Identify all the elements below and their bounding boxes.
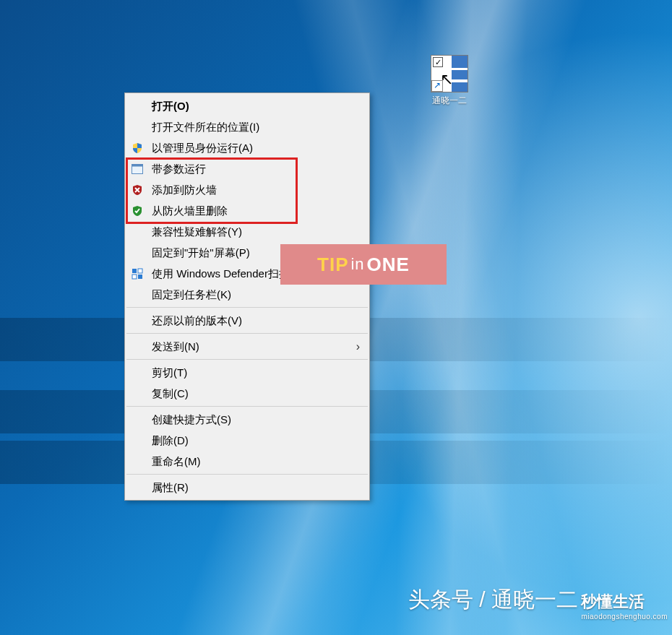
menu-send-to[interactable]: 发送到(N) ›	[126, 336, 369, 357]
menu-separator	[126, 359, 368, 360]
menu-label: 添加到防火墙	[152, 183, 217, 196]
menu-open[interactable]: 打开(O)	[126, 95, 369, 116]
menu-open-file-location[interactable]: 打开文件所在的位置(I)	[126, 116, 369, 137]
menu-separator	[126, 406, 368, 407]
menu-run-with-args[interactable]: 带参数运行	[126, 158, 369, 179]
menu-label: 复制(C)	[152, 387, 189, 399]
svg-rect-2	[132, 269, 137, 273]
shield-uac-icon	[131, 142, 144, 155]
watermark-text: TIP	[317, 254, 348, 276]
menu-compat-troubleshoot[interactable]: 兼容性疑难解答(Y)	[126, 221, 369, 242]
menu-delete[interactable]: 删除(D)	[126, 430, 369, 451]
menu-label: 兼容性疑难解答(Y)	[152, 225, 242, 238]
shortcut-arrow-icon: ↗	[431, 80, 443, 92]
menu-label: 发送到(N)	[152, 340, 199, 353]
desktop-shortcut[interactable]: ✓ ↖ ↗ 通晓一二	[422, 55, 477, 108]
svg-rect-4	[132, 275, 137, 279]
menu-run-as-admin[interactable]: 以管理员身份运行(A)	[126, 137, 369, 158]
menu-cut[interactable]: 剪切(T)	[126, 362, 369, 383]
shield-block-icon	[131, 183, 144, 196]
watermark-text: in	[350, 255, 364, 274]
menu-label: 固定到"开始"屏幕(P)	[152, 246, 250, 259]
menu-restore-previous-versions[interactable]: 还原以前的版本(V)	[126, 310, 369, 331]
watermark-corner-title: 秒懂生活	[581, 592, 645, 610]
menu-create-shortcut[interactable]: 创建快捷方式(S)	[126, 409, 369, 430]
menu-separator	[126, 474, 368, 475]
menu-label: 使用 Windows Defender扫描...	[152, 267, 298, 280]
watermark-center: TIP in ONE	[280, 244, 447, 285]
menu-label: 以管理员身份运行(A)	[152, 142, 253, 154]
menu-label: 重命名(M)	[152, 455, 201, 467]
menu-separator	[126, 333, 368, 334]
menu-label: 删除(D)	[152, 434, 189, 446]
checkbox-icon: ✓	[433, 57, 443, 67]
menu-label: 带参数运行	[152, 163, 206, 175]
watermark-attribution: 头条号 / 通晓一二	[408, 585, 578, 615]
svg-rect-1	[132, 164, 143, 166]
menu-properties[interactable]: 属性(R)	[126, 477, 369, 498]
svg-rect-5	[138, 275, 142, 279]
menu-add-to-firewall[interactable]: 添加到防火墙	[126, 179, 369, 200]
defender-icon	[131, 267, 144, 280]
submenu-arrow-icon: ›	[356, 336, 360, 357]
menu-separator	[126, 307, 368, 308]
menu-label: 从防火墙里删除	[152, 204, 228, 217]
menu-label: 打开文件所在的位置(I)	[152, 121, 259, 133]
menu-copy[interactable]: 复制(C)	[126, 383, 369, 404]
shortcut-label: 通晓一二	[422, 94, 477, 108]
shield-check-icon	[131, 204, 144, 217]
svg-rect-3	[138, 269, 142, 273]
watermark-corner: 秒懂生活 miaodongshenghuo.com	[581, 591, 668, 621]
menu-label: 属性(R)	[152, 481, 189, 493]
menu-rename[interactable]: 重命名(M)	[126, 451, 369, 472]
window-icon	[131, 163, 144, 176]
shortcut-icon: ✓ ↖ ↗	[431, 55, 468, 92]
watermark-corner-url: miaodongshenghuo.com	[581, 613, 668, 621]
menu-label: 剪切(T)	[152, 366, 187, 379]
menu-label: 固定到任务栏(K)	[152, 288, 231, 301]
context-menu: 打开(O) 打开文件所在的位置(I) 以管理员身份运行(A) 带参数运行 添加到…	[124, 92, 370, 501]
menu-remove-from-firewall[interactable]: 从防火墙里删除	[126, 200, 369, 221]
menu-label: 创建快捷方式(S)	[152, 413, 231, 426]
menu-pin-to-taskbar[interactable]: 固定到任务栏(K)	[126, 284, 369, 305]
menu-label: 还原以前的版本(V)	[152, 314, 242, 327]
menu-label: 打开(O)	[152, 100, 189, 112]
watermark-text: ONE	[367, 254, 410, 276]
